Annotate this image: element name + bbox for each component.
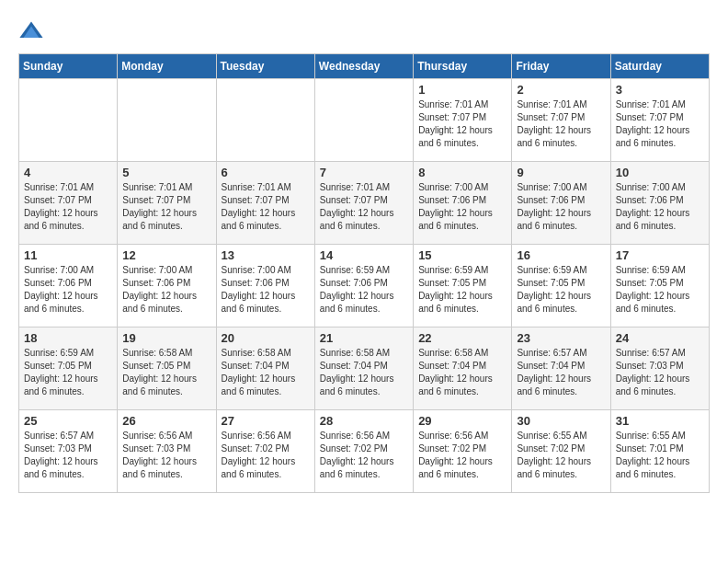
weekday-header: Thursday <box>414 54 512 79</box>
day-number: 3 <box>616 83 704 97</box>
calendar-cell <box>314 79 413 162</box>
calendar-body: 1Sunrise: 7:01 AM Sunset: 7:07 PM Daylig… <box>19 79 710 493</box>
day-number: 30 <box>517 414 605 428</box>
calendar-cell: 2Sunrise: 7:01 AM Sunset: 7:07 PM Daylig… <box>512 79 610 162</box>
day-info: Sunrise: 7:00 AM Sunset: 7:06 PM Dayligh… <box>222 264 310 316</box>
calendar-cell: 7Sunrise: 7:01 AM Sunset: 7:07 PM Daylig… <box>314 162 413 245</box>
day-number: 19 <box>122 331 210 345</box>
day-info: Sunrise: 6:58 AM Sunset: 7:05 PM Dayligh… <box>122 347 210 398</box>
day-number: 24 <box>616 331 704 345</box>
weekday-header: Tuesday <box>216 54 314 79</box>
day-info: Sunrise: 6:58 AM Sunset: 7:04 PM Dayligh… <box>418 347 506 398</box>
day-number: 27 <box>222 414 310 428</box>
day-info: Sunrise: 7:00 AM Sunset: 7:06 PM Dayligh… <box>24 264 112 316</box>
day-info: Sunrise: 6:59 AM Sunset: 7:05 PM Dayligh… <box>24 347 112 398</box>
day-info: Sunrise: 6:57 AM Sunset: 7:04 PM Dayligh… <box>517 347 605 398</box>
calendar-cell <box>19 79 118 162</box>
day-number: 5 <box>122 166 210 179</box>
calendar-cell: 1Sunrise: 7:01 AM Sunset: 7:07 PM Daylig… <box>414 79 512 162</box>
calendar-week-row: 25Sunrise: 6:57 AM Sunset: 7:03 PM Dayli… <box>19 410 710 493</box>
day-number: 16 <box>517 248 605 262</box>
day-number: 11 <box>24 248 112 262</box>
calendar-table: SundayMondayTuesdayWednesdayThursdayFrid… <box>18 53 710 493</box>
logo-icon <box>18 18 44 44</box>
day-info: Sunrise: 7:00 AM Sunset: 7:06 PM Dayligh… <box>517 181 605 233</box>
calendar-cell: 16Sunrise: 6:59 AM Sunset: 7:05 PM Dayli… <box>512 245 610 327</box>
calendar-cell: 8Sunrise: 7:00 AM Sunset: 7:06 PM Daylig… <box>414 162 512 245</box>
day-number: 10 <box>616 166 704 179</box>
day-info: Sunrise: 6:57 AM Sunset: 7:03 PM Dayligh… <box>616 347 704 398</box>
calendar-cell: 21Sunrise: 6:58 AM Sunset: 7:04 PM Dayli… <box>314 327 413 410</box>
day-number: 15 <box>418 248 506 262</box>
day-number: 21 <box>320 331 408 345</box>
calendar-cell: 30Sunrise: 6:55 AM Sunset: 7:02 PM Dayli… <box>512 410 610 493</box>
day-info: Sunrise: 6:58 AM Sunset: 7:04 PM Dayligh… <box>320 347 408 398</box>
day-number: 20 <box>222 331 310 345</box>
day-number: 26 <box>122 414 210 428</box>
day-number: 9 <box>517 166 605 179</box>
page-header <box>18 18 710 44</box>
calendar-week-row: 1Sunrise: 7:01 AM Sunset: 7:07 PM Daylig… <box>19 79 710 162</box>
calendar-week-row: 18Sunrise: 6:59 AM Sunset: 7:05 PM Dayli… <box>19 327 710 410</box>
calendar-cell: 10Sunrise: 7:00 AM Sunset: 7:06 PM Dayli… <box>610 162 709 245</box>
day-info: Sunrise: 6:59 AM Sunset: 7:05 PM Dayligh… <box>418 264 506 316</box>
calendar-cell: 3Sunrise: 7:01 AM Sunset: 7:07 PM Daylig… <box>610 79 709 162</box>
calendar-cell: 19Sunrise: 6:58 AM Sunset: 7:05 PM Dayli… <box>118 327 216 410</box>
weekday-header: Saturday <box>610 54 709 79</box>
calendar-cell: 5Sunrise: 7:01 AM Sunset: 7:07 PM Daylig… <box>118 162 216 245</box>
day-info: Sunrise: 7:01 AM Sunset: 7:07 PM Dayligh… <box>517 98 605 150</box>
calendar-week-row: 4Sunrise: 7:01 AM Sunset: 7:07 PM Daylig… <box>19 162 710 245</box>
day-number: 22 <box>418 331 506 345</box>
calendar-cell: 24Sunrise: 6:57 AM Sunset: 7:03 PM Dayli… <box>610 327 709 410</box>
calendar-cell: 15Sunrise: 6:59 AM Sunset: 7:05 PM Dayli… <box>414 245 512 327</box>
day-number: 14 <box>320 248 408 262</box>
day-info: Sunrise: 6:57 AM Sunset: 7:03 PM Dayligh… <box>24 430 112 481</box>
calendar-cell: 13Sunrise: 7:00 AM Sunset: 7:06 PM Dayli… <box>216 245 314 327</box>
calendar-cell: 29Sunrise: 6:56 AM Sunset: 7:02 PM Dayli… <box>414 410 512 493</box>
calendar-cell: 28Sunrise: 6:56 AM Sunset: 7:02 PM Dayli… <box>314 410 413 493</box>
calendar-cell <box>118 79 216 162</box>
weekday-header-row: SundayMondayTuesdayWednesdayThursdayFrid… <box>19 54 710 79</box>
day-number: 6 <box>222 166 310 179</box>
day-number: 17 <box>616 248 704 262</box>
calendar-cell: 20Sunrise: 6:58 AM Sunset: 7:04 PM Dayli… <box>216 327 314 410</box>
day-info: Sunrise: 7:00 AM Sunset: 7:06 PM Dayligh… <box>616 181 704 233</box>
day-number: 31 <box>616 414 704 428</box>
day-number: 4 <box>24 166 112 179</box>
calendar-cell: 25Sunrise: 6:57 AM Sunset: 7:03 PM Dayli… <box>19 410 118 493</box>
day-number: 12 <box>122 248 210 262</box>
day-info: Sunrise: 6:55 AM Sunset: 7:02 PM Dayligh… <box>517 430 605 481</box>
weekday-header: Wednesday <box>314 54 413 79</box>
logo <box>18 18 48 44</box>
day-number: 29 <box>418 414 506 428</box>
day-info: Sunrise: 7:00 AM Sunset: 7:06 PM Dayligh… <box>122 264 210 316</box>
day-info: Sunrise: 7:01 AM Sunset: 7:07 PM Dayligh… <box>222 181 310 233</box>
weekday-header: Sunday <box>19 54 118 79</box>
calendar-cell: 17Sunrise: 6:59 AM Sunset: 7:05 PM Dayli… <box>610 245 709 327</box>
calendar-cell: 31Sunrise: 6:55 AM Sunset: 7:01 PM Dayli… <box>610 410 709 493</box>
day-info: Sunrise: 6:58 AM Sunset: 7:04 PM Dayligh… <box>222 347 310 398</box>
calendar-cell: 6Sunrise: 7:01 AM Sunset: 7:07 PM Daylig… <box>216 162 314 245</box>
day-number: 23 <box>517 331 605 345</box>
day-info: Sunrise: 7:00 AM Sunset: 7:06 PM Dayligh… <box>418 181 506 233</box>
day-number: 13 <box>222 248 310 262</box>
calendar-cell: 23Sunrise: 6:57 AM Sunset: 7:04 PM Dayli… <box>512 327 610 410</box>
calendar-cell: 26Sunrise: 6:56 AM Sunset: 7:03 PM Dayli… <box>118 410 216 493</box>
weekday-header: Friday <box>512 54 610 79</box>
calendar-header: SundayMondayTuesdayWednesdayThursdayFrid… <box>19 54 710 79</box>
calendar-cell: 18Sunrise: 6:59 AM Sunset: 7:05 PM Dayli… <box>19 327 118 410</box>
day-info: Sunrise: 7:01 AM Sunset: 7:07 PM Dayligh… <box>122 181 210 233</box>
day-info: Sunrise: 6:55 AM Sunset: 7:01 PM Dayligh… <box>616 430 704 481</box>
day-info: Sunrise: 6:56 AM Sunset: 7:02 PM Dayligh… <box>418 430 506 481</box>
day-number: 18 <box>24 331 112 345</box>
calendar-cell: 4Sunrise: 7:01 AM Sunset: 7:07 PM Daylig… <box>19 162 118 245</box>
day-number: 8 <box>418 166 506 179</box>
day-number: 25 <box>24 414 112 428</box>
day-number: 1 <box>418 83 506 97</box>
weekday-header: Monday <box>118 54 216 79</box>
day-info: Sunrise: 7:01 AM Sunset: 7:07 PM Dayligh… <box>616 98 704 150</box>
calendar-cell: 22Sunrise: 6:58 AM Sunset: 7:04 PM Dayli… <box>414 327 512 410</box>
calendar-cell: 11Sunrise: 7:00 AM Sunset: 7:06 PM Dayli… <box>19 245 118 327</box>
calendar-cell: 12Sunrise: 7:00 AM Sunset: 7:06 PM Dayli… <box>118 245 216 327</box>
day-info: Sunrise: 7:01 AM Sunset: 7:07 PM Dayligh… <box>418 98 506 150</box>
